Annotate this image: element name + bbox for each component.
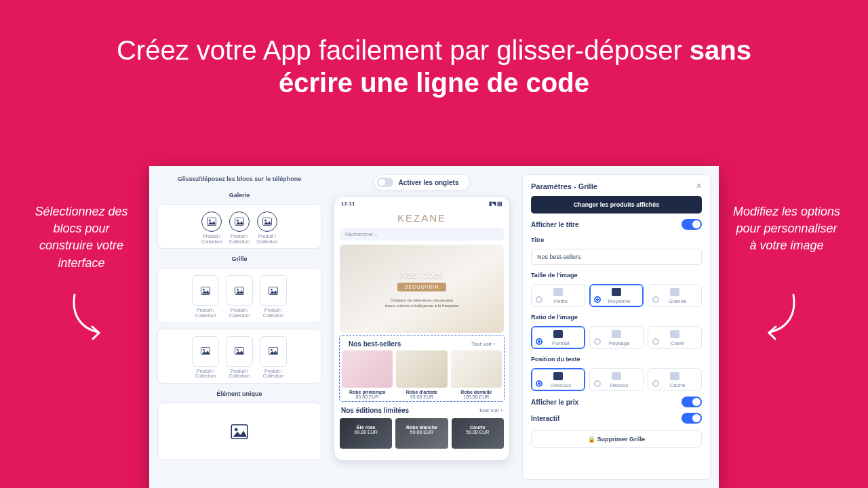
image-icon (235, 218, 244, 226)
see-all-link[interactable]: Tout voir › (471, 341, 495, 347)
editor-window: Glissez/déposez les blocs sur le télépho… (149, 166, 719, 488)
opt-portrait[interactable]: Portrait (531, 326, 585, 349)
show-price-label: Afficher le prix (531, 399, 578, 406)
image-icon (262, 218, 272, 226)
grid-block-row1[interactable]: Produit /Collection Produit /Collection … (157, 268, 321, 323)
unique-block[interactable] (157, 403, 321, 460)
headline-text: Créez votre App facilement par glisser-d… (117, 35, 690, 65)
gallery-item[interactable]: Produit /Collection (256, 211, 277, 244)
svg-point-7 (203, 289, 205, 291)
show-title-toggle[interactable] (682, 219, 702, 230)
product-image (342, 350, 393, 388)
toggle-icon (377, 178, 393, 187)
image-icon (269, 347, 278, 355)
headline: Créez votre App facilement par glisser-d… (0, 0, 868, 119)
textpos-options: Dessous Dessus Caché (531, 368, 702, 391)
tabs-toggle-label: Activer les onglets (399, 179, 459, 186)
svg-point-3 (237, 220, 239, 222)
hero-tagline: Créateur de vêtements d'exceptiontissus … (385, 298, 459, 308)
section-title: Nos best-sellers (349, 340, 401, 348)
image-icon (231, 424, 248, 439)
group-label-grid: Grille (157, 256, 321, 262)
svg-point-17 (271, 349, 273, 351)
status-icons: ▮◥ ▤ (489, 201, 502, 207)
opt-moyenne[interactable]: Moyenne (589, 284, 644, 307)
product-card[interactable]: Robe blanche59.00 EUR (395, 418, 448, 460)
opt-dessous[interactable]: Dessous (531, 368, 585, 391)
gallery-item[interactable]: Produit /Collection (201, 211, 222, 244)
image-icon (235, 287, 244, 295)
hero-cta[interactable]: DÉCOUVRIR (397, 283, 446, 291)
phone-frame: 11:11 ▮◥ ▤ KEZANE Rechercher... Nos robe… (334, 196, 510, 461)
textpos-label: Position du texte (531, 356, 702, 363)
show-price-toggle[interactable] (682, 396, 702, 407)
callout-right: Modifiez les options pour personnaliser … (732, 203, 841, 255)
grid-item[interactable]: Produit /Collection (192, 336, 219, 379)
svg-point-13 (203, 349, 205, 351)
gallery-block[interactable]: Produit /Collection Produit /Collection … (157, 204, 321, 249)
image-icon (207, 218, 216, 226)
opt-grande[interactable]: Grande (648, 284, 702, 307)
grid-item[interactable]: Produit /Collection (226, 336, 253, 379)
product-card[interactable]: Été rose69.00 EUR (340, 418, 392, 460)
section-title: Nos éditions limitées (341, 407, 409, 414)
opt-petite[interactable]: Petite (531, 284, 585, 307)
hero-banner[interactable]: Nos robes DÉCOUVRIR Créateur de vêtement… (340, 245, 504, 333)
clock: 11:11 (341, 201, 355, 207)
change-products-button[interactable]: Changer les produits affichés (531, 196, 702, 214)
group-label-unique: Élément unique (157, 390, 321, 397)
opt-dessus[interactable]: Dessus (589, 368, 644, 391)
close-icon[interactable]: ✕ (696, 182, 702, 190)
image-icon (235, 347, 244, 355)
image-icon (269, 287, 278, 295)
svg-point-9 (237, 289, 239, 291)
arrow-left-icon (68, 291, 108, 346)
blocks-panel-title: Glissez/déposez les blocs sur le télépho… (157, 176, 321, 182)
lock-icon: 🔒 (588, 436, 595, 443)
svg-point-1 (209, 220, 211, 222)
hero-title: Nos robes (400, 269, 443, 280)
see-all-link[interactable]: Tout voir › (479, 407, 502, 413)
grid-item[interactable]: Produit /Collection (260, 336, 287, 379)
imgsize-label: Taille de l'image (531, 272, 702, 279)
grid-item[interactable]: Produit /Collection (192, 275, 219, 318)
blocks-panel: Glissez/déposez les blocs sur le télépho… (157, 174, 321, 480)
bestsellers-section[interactable]: Nos best-sellers Tout voir › Robe printe… (340, 336, 504, 401)
product-card[interactable]: Robe d'artiste95.00 EUR (396, 350, 447, 399)
image-icon (201, 287, 210, 295)
product-card[interactable]: Robe printemps85.00 EUR (342, 350, 393, 399)
title-input[interactable]: Nos best-sellers (531, 249, 702, 265)
limited-section[interactable]: Été rose69.00 EUR Robe blanche59.00 EUR … (340, 418, 504, 460)
search-input[interactable]: Rechercher... (340, 228, 504, 241)
opt-carre[interactable]: Carré (648, 326, 702, 349)
grid-item[interactable]: Produit /Collection (260, 275, 287, 318)
imgsize-options: Petite Moyenne Grande (531, 284, 702, 307)
arrow-right-icon (760, 291, 800, 346)
interactive-label: Interactif (531, 415, 559, 422)
product-image (451, 350, 502, 388)
svg-point-11 (271, 289, 273, 291)
gallery-item[interactable]: Produit /Collection (229, 211, 250, 244)
show-title-label: Afficher le titre (531, 221, 579, 228)
tabs-toggle[interactable]: Activer les onglets (374, 174, 471, 190)
product-card[interactable]: Robe dentelle105.00 EUR (451, 350, 502, 399)
grid-item[interactable]: Produit /Collection (226, 275, 253, 318)
product-image (396, 350, 447, 388)
callout-left: Sélectionnez des blocs pour construire v… (27, 203, 136, 272)
svg-point-5 (264, 220, 267, 222)
phone-preview-panel: Activer les onglets 11:11 ▮◥ ▤ KEZANE Re… (332, 174, 512, 480)
svg-point-15 (237, 349, 239, 351)
image-icon (201, 347, 210, 355)
ratio-options: Portrait Paysage Carré (531, 326, 702, 349)
grid-block-row2[interactable]: Produit /Collection Produit /Collection … (157, 329, 321, 384)
group-label-gallery: Galerie (157, 192, 321, 199)
settings-panel: Paramètres - Grille ✕ Changer les produi… (522, 174, 711, 480)
interactive-toggle[interactable] (682, 413, 702, 424)
title-field-label: Titre (531, 237, 702, 243)
delete-grid-button[interactable]: 🔒 Supprimer Grille (531, 430, 702, 448)
ratio-label: Ratio de l'image (531, 314, 702, 321)
product-card[interactable]: Courte59.00 EUR (452, 418, 504, 460)
opt-cache[interactable]: Caché (648, 368, 702, 391)
opt-paysage[interactable]: Paysage (589, 326, 644, 349)
status-bar: 11:11 ▮◥ ▤ (334, 197, 509, 211)
